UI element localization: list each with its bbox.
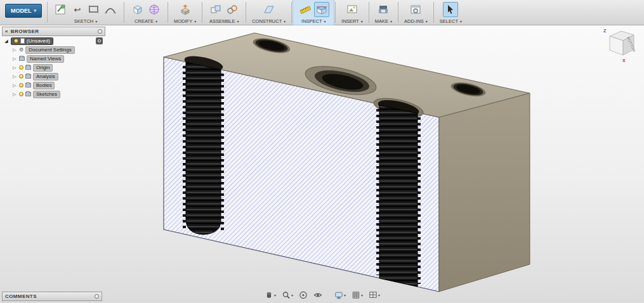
chevron-down-icon: ▾ — [344, 293, 346, 297]
chevron-down-icon: ▾ — [361, 19, 363, 23]
arc-tool-icon[interactable] — [103, 2, 118, 17]
chevron-down-icon: ▾ — [291, 293, 293, 297]
chevron-down-icon: ▾ — [460, 19, 462, 23]
browser-root-row[interactable]: ◢ (Unsaved) — [2, 37, 105, 45]
display-settings-button[interactable]: ▾ — [332, 289, 348, 301]
viewports-icon — [368, 290, 378, 300]
visibility-bulb-icon[interactable] — [19, 83, 23, 87]
grid-snap-button[interactable]: ▾ — [349, 289, 365, 301]
create-sketch-icon[interactable] — [53, 2, 69, 17]
chevron-down-icon: ▾ — [378, 293, 380, 297]
project-geometry-icon[interactable]: ↩ — [70, 2, 85, 17]
display-state-icon[interactable] — [96, 37, 103, 44]
threaded-bore-right[interactable] — [379, 105, 417, 287]
expander-closed-icon[interactable]: ▷ — [12, 74, 17, 79]
zoom-icon — [281, 290, 291, 300]
panel-handle-icon[interactable] — [98, 29, 102, 34]
browser-item-analysis[interactable]: ▷ Analysis — [2, 72, 105, 81]
model-right-face[interactable] — [439, 93, 530, 292]
new-box-icon[interactable] — [130, 2, 145, 17]
comments-title: COMMENTS — [5, 293, 37, 299]
workspace-switcher-button[interactable]: MODEL ▾ — [5, 4, 42, 18]
grid-icon — [351, 290, 360, 300]
zoom-button[interactable]: ▾ — [279, 289, 295, 301]
pan-icon — [264, 290, 273, 300]
threaded-bore-left[interactable] — [186, 62, 221, 235]
toolbar-group-make: MAKE ▾ — [371, 0, 397, 25]
document-name: (Unsaved) — [27, 38, 50, 44]
expander-closed-icon[interactable]: ▷ — [12, 83, 17, 88]
orbit-button[interactable] — [296, 289, 310, 301]
expander-closed-icon[interactable]: ▷ — [12, 92, 17, 97]
chevron-down-icon: ▾ — [324, 19, 326, 23]
folder-icon — [25, 92, 31, 96]
measure-icon[interactable] — [298, 2, 313, 17]
comments-header[interactable]: COMMENTS — [2, 292, 102, 301]
chevron-down-icon: ▾ — [274, 293, 276, 297]
visibility-bulb-icon[interactable] — [14, 39, 18, 43]
toolbar-group-sketch: ↩ SKETCH ▾ — [49, 0, 122, 25]
sketch-menu[interactable]: SKETCH ▾ — [74, 18, 97, 24]
expander-closed-icon[interactable]: ▷ — [12, 48, 17, 53]
inspect-menu[interactable]: INSPECT ▾ — [301, 18, 326, 24]
toolbar-group-addins: ADD-INS ▾ — [400, 0, 432, 25]
insert-menu[interactable]: INSERT ▾ — [341, 18, 362, 24]
make-menu[interactable]: MAKE ▾ — [375, 18, 392, 24]
browser-item-sketches[interactable]: ▷ Sketches — [2, 90, 105, 98]
display-settings-icon — [334, 290, 343, 300]
visibility-bulb-icon[interactable] — [19, 74, 23, 79]
fusion360-window: MODEL ▾ ↩ SKETCH ▾ — [0, 0, 644, 303]
browser-item-origin[interactable]: ▷ Origin — [2, 63, 105, 72]
joint-icon[interactable] — [225, 2, 240, 17]
addins-menu[interactable]: ADD-INS ▾ — [404, 18, 428, 24]
press-pull-icon[interactable] — [178, 2, 193, 17]
chevron-down-icon: ▾ — [95, 19, 97, 23]
chevron-down-icon: ▾ — [194, 19, 196, 23]
construction-plane-icon[interactable] — [261, 2, 277, 17]
chevron-down-icon: ▾ — [237, 19, 239, 23]
browser-item-document-settings[interactable]: ▷ ⚙ Document Settings — [2, 46, 105, 54]
panel-handle-icon[interactable] — [95, 294, 99, 299]
workspace-label: MODEL — [11, 8, 32, 14]
view-navigation-bar: ▾ ▾ ▾ ▾ ▾ — [262, 289, 382, 301]
toolbar-group-create: CREATE ▾ — [126, 0, 166, 25]
construct-menu[interactable]: CONSTRUCT ▾ — [252, 18, 286, 24]
browser-item-bodies[interactable]: ▷ Bodies — [2, 81, 105, 89]
viewports-button[interactable]: ▾ — [366, 289, 382, 301]
viewcube[interactable]: Z BOTTOM X — [601, 27, 641, 63]
visibility-bulb-icon[interactable] — [19, 92, 23, 96]
3d-print-icon[interactable] — [376, 2, 391, 17]
collapse-left-icon[interactable]: « — [5, 29, 8, 34]
modify-menu[interactable]: MODIFY ▾ — [174, 18, 196, 24]
expander-closed-icon[interactable]: ▷ — [12, 65, 17, 70]
folder-icon — [25, 83, 31, 87]
chevron-down-icon: ▾ — [155, 19, 157, 23]
folder-icon — [25, 74, 31, 79]
browser-item-named-views[interactable]: ▷ Named Views — [2, 55, 105, 63]
folder-icon — [19, 56, 25, 61]
document-icon — [20, 38, 25, 44]
insert-canvas-icon[interactable] — [345, 2, 360, 17]
axis-z-label: Z — [603, 29, 607, 33]
new-component-icon[interactable] — [208, 2, 223, 17]
create-form-icon[interactable] — [147, 2, 162, 17]
toolbar-group-insert: INSERT ▾ — [337, 0, 367, 25]
select-menu[interactable]: SELECT ▾ — [440, 18, 462, 24]
rectangle-tool-icon[interactable] — [86, 2, 102, 17]
assemble-menu[interactable]: ASSEMBLE ▾ — [209, 18, 239, 24]
expander-open-icon[interactable]: ◢ — [4, 39, 9, 44]
scripts-addins-icon[interactable] — [408, 2, 423, 17]
look-at-button[interactable] — [311, 289, 324, 301]
3d-viewport[interactable]: Z BOTTOM X « BROWSER ◢ (Unsav — [0, 25, 644, 303]
section-analysis-icon[interactable] — [314, 2, 329, 17]
create-menu[interactable]: CREATE ▾ — [135, 18, 157, 24]
browser-header[interactable]: « BROWSER — [2, 27, 105, 36]
visibility-bulb-icon[interactable] — [19, 65, 23, 70]
pan-button[interactable]: ▾ — [262, 289, 278, 301]
folder-icon — [25, 65, 31, 70]
document-root-item[interactable]: (Unsaved) — [11, 37, 53, 45]
select-cursor-icon[interactable] — [443, 2, 458, 17]
toolbar-group-inspect: INSPECT ▾ — [293, 0, 334, 25]
chevron-down-icon: ▾ — [390, 19, 392, 23]
expander-closed-icon[interactable]: ▷ — [12, 56, 17, 61]
